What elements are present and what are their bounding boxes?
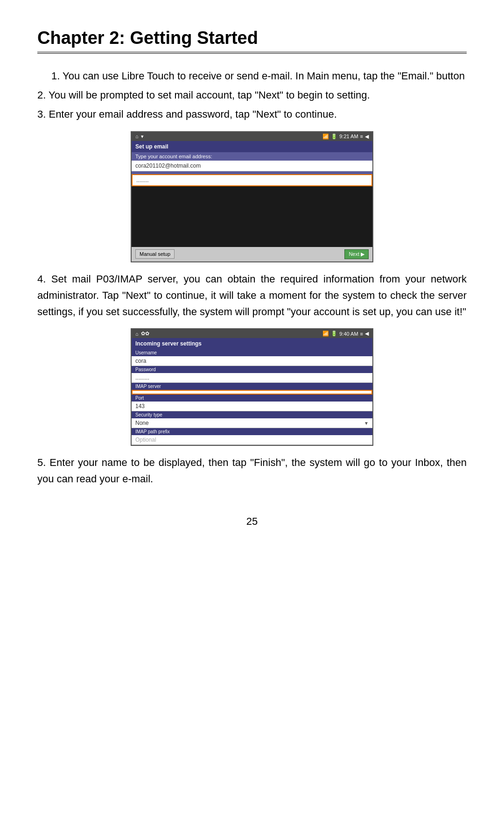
screen1-header: Set up email <box>132 141 372 152</box>
screen2-imap-prefix-row: IMAP path prefix Optional <box>132 428 372 445</box>
step2-text: 2. You will be prompted to set mail acco… <box>37 87 467 103</box>
screen2-status-right: 📶 🔋 9:40 AM ≡ ◀ <box>322 331 369 337</box>
screen1-next-button[interactable]: Next ▶ <box>344 249 369 259</box>
screen2-home-icon: ⌂ <box>135 331 139 337</box>
screen2-username-label: Username <box>132 349 372 356</box>
screen-mockup-1: ⌂ ▾ 📶 🔋 9:21 AM ≡ ◀ Set up email Type yo… <box>131 131 373 262</box>
screen2-port-label: Port <box>132 395 372 402</box>
screen1-signal-icon: 📶 <box>322 134 329 140</box>
screen2-security-row: Security type None ▼ <box>132 411 372 428</box>
screen2-imap-value[interactable] <box>132 390 372 395</box>
step4-text: 4. Set mail P03/IMAP server, you can obt… <box>37 271 467 320</box>
screen2-imap-prefix-label: IMAP path prefix <box>132 428 372 435</box>
screen2-username-value[interactable]: cora <box>132 356 372 366</box>
screen2-security-label: Security type <box>132 411 372 418</box>
screen2-menu-icon: ≡ <box>360 331 363 337</box>
step5-text: 5. Enter your name to be displayed, then… <box>37 454 467 487</box>
screen1-time: 9:21 AM <box>339 134 358 139</box>
screen2-settings-icon: ✿✿ <box>141 331 149 337</box>
screen1-email-label: Type your account email address: <box>132 152 372 161</box>
screen2-imap-label: IMAP server <box>132 383 372 390</box>
screen2-back-icon: ◀ <box>365 331 369 337</box>
screen1-status-left: ⌂ ▾ <box>135 134 144 140</box>
screen1-next-label: Next <box>349 251 359 257</box>
screen2-signal-icon: 📶 <box>322 331 329 337</box>
screen2-security-text: None <box>135 420 149 426</box>
screen2-security-value[interactable]: None ▼ <box>132 418 372 428</box>
screen1-black-area <box>132 186 372 247</box>
screen2-time: 9:40 AM <box>339 331 358 337</box>
screen2-battery-icon: 🔋 <box>331 331 337 337</box>
screen1-footer: Manual setup Next ▶ <box>132 247 372 261</box>
screen2-password-row: Password ......... <box>132 366 372 383</box>
screen1-password-input[interactable]: ........ <box>132 174 372 186</box>
screen2-imap-prefix-value[interactable]: Optional <box>132 435 372 445</box>
screen1-status-bar: ⌂ ▾ 📶 🔋 9:21 AM ≡ ◀ <box>132 132 372 141</box>
screen2-password-value[interactable]: ......... <box>132 373 372 383</box>
chapter-divider <box>37 52 467 54</box>
screen1-menu-icon: ≡ <box>360 134 363 139</box>
screen2-username-row: Username cora <box>132 349 372 366</box>
screen2-status-bar: ⌂ ✿✿ 📶 🔋 9:40 AM ≡ ◀ <box>132 329 372 338</box>
screen-mockup-2: ⌂ ✿✿ 📶 🔋 9:40 AM ≡ ◀ Incoming server set… <box>131 328 373 446</box>
screen1-status-right: 📶 🔋 9:21 AM ≡ ◀ <box>322 134 369 140</box>
screen1-manual-setup-button[interactable]: Manual setup <box>135 249 175 259</box>
step1-text: 1. You can use Libre Touch to receive or… <box>37 68 467 84</box>
screen1-next-icon: ▶ <box>361 251 364 257</box>
screen2-port-row: Port 143 <box>132 395 372 411</box>
screen1-home-icon: ⌂ <box>135 134 139 139</box>
step3-text: 3. Enter your email address and password… <box>37 106 467 122</box>
screen2-header: Incoming server settings <box>132 338 372 349</box>
screen2-port-value[interactable]: 143 <box>132 402 372 411</box>
screen2-imap-row: IMAP server <box>132 383 372 395</box>
screen2-dropdown-arrow-icon: ▼ <box>364 421 369 426</box>
screen1-email-input[interactable]: cora201102@hotmail.com <box>132 161 372 171</box>
screen1-back-icon: ◀ <box>365 134 369 140</box>
screen2-status-left: ⌂ ✿✿ <box>135 331 149 337</box>
chapter-title: Chapter 2: Getting Started <box>37 28 467 48</box>
screen1-wifi-icon: ▾ <box>141 134 144 140</box>
page-number: 25 <box>37 515 467 528</box>
screen2-password-label: Password <box>132 366 372 373</box>
screen1-battery-icon: 🔋 <box>331 134 337 140</box>
